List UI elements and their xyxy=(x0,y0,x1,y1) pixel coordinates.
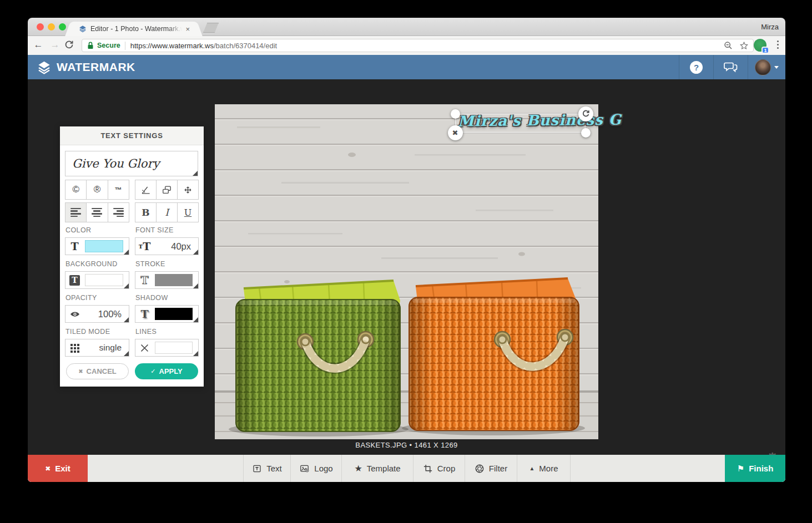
url-field[interactable]: Secure https://www.watermark.ws/batch/63… xyxy=(82,39,754,52)
italic-button[interactable]: I xyxy=(156,202,178,222)
chat-button[interactable] xyxy=(713,55,748,79)
help-button[interactable]: ? xyxy=(679,55,713,79)
photo-canvas[interactable]: Mirza's Business G ✖ xyxy=(215,104,598,439)
opacity-field[interactable]: 100% xyxy=(65,305,129,323)
stroke-icon: T xyxy=(135,274,154,286)
filter-tool-button[interactable]: Filter xyxy=(465,455,517,482)
screen: Editor - 1 Photo - Watermark.w × Mirza ←… xyxy=(0,0,812,523)
background-label: BACKGROUND xyxy=(65,260,118,268)
lock-icon xyxy=(87,41,94,50)
opacity-label: OPACITY xyxy=(65,294,97,302)
font-preview-input[interactable]: Give You Glory xyxy=(65,151,198,176)
lines-label: LINES xyxy=(135,328,157,336)
filter-shutter-icon xyxy=(475,464,485,474)
align-buttons xyxy=(65,202,129,222)
x-icon xyxy=(135,344,154,352)
secure-label: Secure xyxy=(97,42,120,49)
layers-copy-icon xyxy=(162,185,172,195)
cancel-button[interactable]: ✖ CANCEL xyxy=(66,363,129,379)
copyright-button[interactable]: © xyxy=(65,180,87,200)
symbol-buttons: © ® ™ xyxy=(65,180,129,200)
align-center-icon xyxy=(92,208,102,217)
lines-field[interactable] xyxy=(135,339,199,357)
underline-button[interactable]: U xyxy=(177,202,199,222)
delete-watermark-handle[interactable]: ✖ xyxy=(448,125,463,140)
text-color-field[interactable]: T xyxy=(65,237,129,255)
shadow-icon: T xyxy=(135,308,154,320)
brand[interactable]: WATERMARK xyxy=(37,55,135,79)
eye-icon xyxy=(65,311,84,318)
trademark-button[interactable]: ™ xyxy=(108,180,129,200)
url-path: /batch/6370414/edit xyxy=(214,42,277,50)
browser-tab[interactable]: Editor - 1 Photo - Watermark.w × xyxy=(72,22,195,36)
shadow-swatch xyxy=(155,308,193,320)
new-tab-button[interactable] xyxy=(203,23,219,33)
rotate-angle-button[interactable] xyxy=(135,180,157,200)
forward-icon[interactable]: → xyxy=(49,39,61,50)
bold-button[interactable]: B xyxy=(135,202,157,222)
watermark-favicon xyxy=(79,25,87,33)
align-right-button[interactable] xyxy=(108,202,129,222)
browser-profile-name: Mirza xyxy=(761,23,779,31)
user-avatar xyxy=(755,59,771,75)
browser-window: Editor - 1 Photo - Watermark.w × Mirza ←… xyxy=(28,18,785,482)
align-right-icon xyxy=(113,208,124,217)
apply-check-icon: ✓ xyxy=(150,368,155,375)
style-buttons: B I U xyxy=(135,202,199,222)
opacity-value: 100% xyxy=(84,309,129,319)
font-size-field[interactable]: ᴛT 40px xyxy=(135,237,199,255)
watermark-logo-icon xyxy=(37,60,52,75)
color-label: COLOR xyxy=(65,226,91,234)
bookmark-star-icon[interactable] xyxy=(739,41,749,50)
tiled-mode-field[interactable]: single xyxy=(65,339,129,357)
stroke-swatch xyxy=(155,274,193,286)
text-tool-button[interactable]: Text xyxy=(243,455,290,482)
registered-button[interactable]: ® xyxy=(86,180,108,200)
tool-buttons: Text Logo ★ Template xyxy=(243,455,571,482)
background-swatch xyxy=(85,274,123,286)
center-position-button[interactable] xyxy=(177,180,199,200)
finish-button[interactable]: ⚑ Finish xyxy=(725,455,785,482)
duplicate-button[interactable] xyxy=(156,180,178,200)
align-left-button[interactable] xyxy=(65,202,87,222)
reload-icon[interactable] xyxy=(64,40,77,49)
back-icon[interactable]: ← xyxy=(32,39,44,50)
text-color-swatch xyxy=(85,240,123,252)
rotate-watermark-handle[interactable] xyxy=(578,106,593,121)
tab-close-icon[interactable]: × xyxy=(185,26,190,33)
zoom-out-page-icon[interactable] xyxy=(724,41,733,50)
font-size-icon: ᴛT xyxy=(135,240,154,252)
transform-buttons xyxy=(135,180,199,200)
close-window-button[interactable] xyxy=(37,23,44,31)
background-icon: T xyxy=(65,275,84,286)
chevron-up-icon: ▲ xyxy=(529,465,534,471)
bottom-toolbar: ✖ Exit Text xyxy=(28,455,785,482)
browser-avatar[interactable]: 1 xyxy=(754,39,766,52)
chat-icon xyxy=(724,61,738,73)
resize-watermark-handle[interactable] xyxy=(581,128,591,138)
logo-tool-icon xyxy=(299,464,310,474)
lines-swatch xyxy=(155,342,193,354)
stroke-label: STROKE xyxy=(135,260,165,268)
zoom-window-button[interactable] xyxy=(59,23,66,31)
browser-menu-icon[interactable] xyxy=(777,40,779,49)
titlebar: Editor - 1 Photo - Watermark.w × Mirza xyxy=(28,18,785,36)
watermark-text[interactable]: Mirza's Business G xyxy=(458,111,622,129)
rotate-icon xyxy=(582,110,590,118)
more-tool-button[interactable]: ▲ More xyxy=(517,455,571,482)
stroke-field[interactable]: T xyxy=(135,271,199,289)
account-menu[interactable] xyxy=(748,55,785,79)
text-color-icon: T xyxy=(65,240,84,252)
crop-tool-button[interactable]: Crop xyxy=(413,455,465,482)
apply-button[interactable]: ✓ APPLY xyxy=(135,363,198,379)
logo-tool-button[interactable]: Logo xyxy=(290,455,341,482)
align-center-button[interactable] xyxy=(86,202,108,222)
exit-button[interactable]: ✖ Exit xyxy=(28,455,88,482)
move-center-icon xyxy=(183,185,193,195)
minimize-window-button[interactable] xyxy=(48,23,55,31)
background-field[interactable]: T xyxy=(65,271,129,289)
selection-handle-top-left[interactable] xyxy=(451,109,460,119)
shadow-field[interactable]: T xyxy=(135,305,199,323)
template-tool-button[interactable]: ★ Template xyxy=(341,455,413,482)
star-icon: ★ xyxy=(354,464,362,473)
